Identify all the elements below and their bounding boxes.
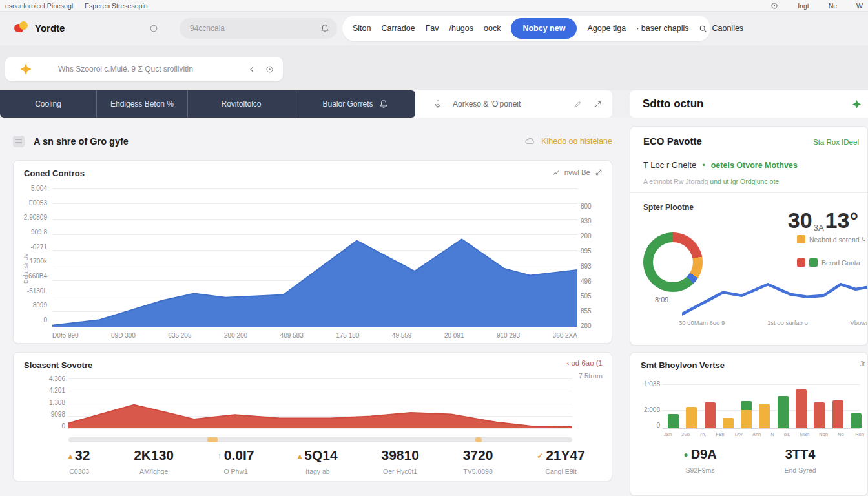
sidebar-header: Sdtto octun — [630, 90, 868, 118]
legend-item-1: Bernd Gonta — [797, 258, 868, 267]
eco-leaf-icon[interactable] — [852, 99, 862, 109]
axis-tick: N — [770, 431, 774, 437]
axis-tick: 7h, — [699, 431, 706, 437]
stat-label: Cangl E9lt — [545, 468, 576, 475]
eco-note-grey: A ethnobt Rw Jtoradg — [643, 178, 710, 185]
nav-search-label: Caonlies — [712, 24, 743, 33]
alert-link-label: Kihedo oo histelane — [541, 137, 612, 146]
menu-grid-icon[interactable] — [13, 136, 25, 147]
eco-subtitle: Spter Plootne — [643, 203, 694, 212]
tab-3[interactable]: Bualor Gorrets — [295, 90, 415, 118]
axis-tick: 4.306 — [49, 375, 65, 382]
nav-item-1[interactable]: Carradoe — [382, 24, 415, 33]
stat-marker-icon: ● — [683, 450, 688, 459]
nav-item-right-1[interactable]: · baser chaplis — [636, 24, 688, 33]
axis-tick: 175 180 — [336, 332, 359, 339]
nav-item-right-0[interactable]: Agope tiga — [587, 24, 626, 33]
browser-control-0[interactable]: Ingt — [798, 2, 809, 10]
app-header: Yordte SitonCarradoeFav/hugosoock Nobcy … — [0, 12, 868, 45]
eco-note-green: und ut lgr Ordgjunc ote — [710, 178, 779, 185]
bar-7 — [796, 389, 807, 428]
browser-menu-item-1[interactable]: Esperen Stresesopin — [85, 2, 147, 10]
bar-y-tick: 0 — [636, 422, 660, 429]
browser-control-1[interactable]: Ne — [829, 2, 837, 10]
tab-0[interactable]: Cooling — [0, 90, 97, 118]
eco-link[interactable]: Sta Rox IDeel — [813, 138, 859, 146]
nav-item-3[interactable]: /hugos — [449, 24, 473, 33]
stat-value: ▴32 — [68, 448, 90, 463]
section-header: A sn shre of Gro gyfe Kihedo oo histelan… — [13, 131, 612, 152]
target-icon[interactable] — [265, 65, 274, 74]
browser-menu-item-0[interactable]: esoanloroicol Pinesogl — [5, 2, 73, 10]
search-input[interactable] — [190, 24, 320, 33]
promo-text: Whs Szoorol c.Mulé. 9 Σ Quct sroillvitin — [58, 65, 239, 74]
stat-label: O Phw1 — [223, 468, 247, 475]
bar-10 — [851, 413, 862, 428]
section-title: A sn shre of Gro gyfe — [34, 136, 524, 147]
axis-tick: 909.8 — [31, 229, 47, 236]
stat-marker-icon: ↑ — [218, 451, 222, 460]
axis-tick: 360 2XA — [553, 332, 577, 339]
chart-scrollbar[interactable] — [68, 437, 572, 442]
axis-tick: 49 559 — [392, 332, 412, 339]
axis-tick: F8n — [716, 431, 724, 437]
address-bar[interactable]: Aorkeso & 'O'poneit — [415, 90, 612, 118]
logo-text: Yordte — [35, 23, 65, 34]
axis-tick: 20 091 — [444, 332, 464, 339]
stat-1: 2K130AM/lqhge — [134, 448, 174, 475]
nav-right-group: Agope tiga· baser chaplis — [587, 24, 688, 33]
card2-y-axis: 4.3064.2011.30890980 — [24, 375, 65, 429]
nav-item-2[interactable]: Fav — [426, 24, 439, 33]
app-logo[interactable]: Yordte — [14, 21, 65, 35]
browser-profile-icon[interactable] — [770, 2, 778, 10]
browser-control-items: IngtNeW — [798, 2, 863, 10]
browser-control-2[interactable]: W — [856, 2, 863, 10]
temp-main: 30 — [788, 208, 812, 232]
chevron-left-icon[interactable] — [248, 65, 256, 74]
tab-label: Bualor Gorrets — [322, 99, 373, 108]
trend-icon — [552, 169, 560, 176]
mic-icon[interactable] — [433, 99, 442, 109]
axis-tick: 0 — [43, 316, 47, 324]
tab-label: Cooling — [35, 99, 61, 108]
axis-tick: 910 293 — [497, 332, 520, 339]
promo-brand-icon — [19, 63, 32, 76]
card2-link[interactable]: ‹ od 6ao (1 — [566, 359, 603, 367]
card2-sub-link[interactable]: 7 5trum — [579, 372, 603, 380]
axis-tick: 0 — [61, 422, 65, 429]
axis-tick: 660B4 — [28, 273, 47, 280]
nav-item-0[interactable]: Siton — [353, 24, 371, 33]
tab-1[interactable]: Ehdigess Beton % — [97, 90, 188, 118]
axis-tick: 2.90809 — [24, 214, 47, 221]
edit-icon[interactable] — [574, 100, 582, 108]
baseline — [663, 428, 860, 429]
stat-label: Oer Hyc0t1 — [383, 468, 417, 475]
stat-value: 3720 — [463, 448, 493, 463]
address-text: Aorkeso & 'O'poneit — [453, 99, 562, 108]
card1-menu[interactable]: nvwl Be — [552, 169, 603, 176]
axis-tick: Ron — [855, 431, 864, 437]
axis-tick: 280 — [581, 322, 592, 329]
dashboard-page: { "browser_bar": { "left_items": ["esoan… — [0, 0, 868, 496]
axis-tick: J8n — [664, 431, 672, 437]
nav-search-link[interactable]: Caonlies — [699, 24, 743, 33]
nav-item-4[interactable]: oock — [484, 24, 501, 33]
bell-icon[interactable] — [320, 24, 329, 33]
card1-title: Coned Contros — [24, 169, 85, 178]
promo-bar[interactable]: Whs Szoorol c.Mulé. 9 Σ Quct sroillvitin — [5, 57, 283, 81]
axis-tick: D0fo 990 — [52, 332, 79, 339]
expand-icon[interactable] — [594, 100, 602, 108]
axis-tick: 1700k — [30, 258, 47, 265]
primary-action-button[interactable]: Nobcy new — [511, 18, 577, 39]
location-icon[interactable] — [149, 24, 158, 33]
browser-bar: esoanloroicol PinesoglEsperen Stresesopi… — [0, 0, 868, 12]
axis-tick: 30 d0Mam 8oo 9 — [679, 319, 725, 326]
header-nav: SitonCarradoeFav/hugosoock Nobcy new Ago… — [342, 16, 710, 41]
axis-tick: F0053 — [29, 200, 47, 207]
alert-link[interactable]: Kihedo oo histelane — [524, 136, 612, 147]
tab-bar: CoolingEhdigess Beton %RovitoltolcoBualo… — [0, 90, 415, 118]
bar-4 — [741, 401, 752, 428]
legend-label: Neabot d sorend /- — [809, 236, 865, 243]
tab-2[interactable]: Rovitoltolco — [188, 90, 295, 118]
legend-label: Bernd Gonta — [822, 259, 860, 267]
